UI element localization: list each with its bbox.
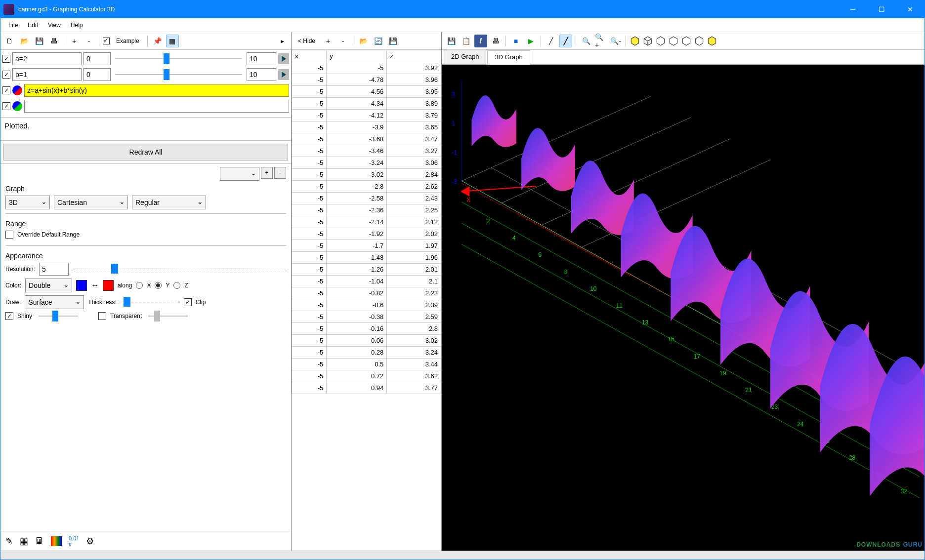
preset-add-button[interactable]: +	[261, 167, 273, 179]
var-a-name[interactable]	[12, 52, 82, 65]
redraw-all-button[interactable]: Redraw All	[3, 144, 288, 160]
table-row[interactable]: -5-4.123.79	[292, 110, 441, 121]
copy-icon[interactable]: 📋	[460, 35, 472, 47]
resolution-slider[interactable]	[73, 267, 286, 271]
resolution-input[interactable]	[39, 263, 69, 276]
table-row[interactable]: -5-3.93.65	[292, 121, 441, 133]
var-a-play-button[interactable]	[278, 53, 289, 64]
table-row[interactable]: -5-2.82.62	[292, 181, 441, 193]
var-a-checkbox[interactable]	[2, 55, 10, 63]
tab-2d[interactable]: 2D Graph	[444, 50, 486, 64]
maximize-button[interactable]: ☐	[867, 0, 896, 18]
table-row[interactable]: -5-0.62.39	[292, 299, 441, 311]
table-row[interactable]: -5-4.343.89	[292, 98, 441, 110]
preset-remove-button[interactable]: -	[274, 167, 286, 179]
along-y-radio[interactable]	[155, 282, 162, 289]
graph-viewport[interactable]: X 31-1-3 246810111315171921232426283032	[442, 65, 925, 551]
eq1-formula[interactable]	[24, 84, 289, 97]
collapse-right-icon[interactable]: ▸	[276, 35, 289, 47]
table-row[interactable]: -5-1.922.02	[292, 228, 441, 240]
print-graph-icon[interactable]: 🖶	[489, 35, 502, 47]
example-button[interactable]: Example	[112, 36, 144, 46]
grid-icon[interactable]: ▦	[20, 536, 28, 547]
shiny-checkbox[interactable]	[5, 312, 13, 320]
minimize-button[interactable]: ─	[839, 0, 867, 18]
data-save-icon[interactable]: 💾	[386, 35, 399, 47]
tab-3d[interactable]: 3D Graph	[487, 50, 530, 65]
data-remove-button[interactable]: -	[336, 35, 349, 47]
var-b-checkbox[interactable]	[2, 71, 10, 79]
save-file-icon[interactable]: 💾	[33, 35, 45, 47]
color1-swatch[interactable]	[76, 280, 87, 291]
table-row[interactable]: -5-2.582.43	[292, 193, 441, 204]
add-equation-button[interactable]: +	[68, 35, 81, 47]
zoom-in-icon[interactable]: 🔍+	[594, 35, 607, 47]
swap-colors-button[interactable]: ↔	[91, 281, 99, 290]
table-row[interactable]: -5-1.042.1	[292, 276, 441, 287]
var-b-play-button[interactable]	[278, 69, 289, 80]
example-checkbox[interactable]	[103, 38, 110, 44]
table-row[interactable]: -50.283.24	[292, 347, 441, 359]
precision-icon[interactable]: 0.01#	[69, 535, 79, 547]
table-row[interactable]: -5-1.262.01	[292, 264, 441, 276]
calculator-icon[interactable]: 🖩	[35, 536, 44, 546]
var-b-min[interactable]	[84, 68, 111, 81]
menu-view[interactable]: View	[43, 20, 66, 30]
color-bars-icon[interactable]	[51, 536, 62, 546]
view-cube-3-icon[interactable]	[655, 36, 666, 46]
hide-data-button[interactable]: < Hide	[294, 36, 320, 46]
view-cube-1-icon[interactable]	[630, 36, 640, 46]
eq2-color-icon[interactable]	[12, 101, 22, 111]
shiny-slider[interactable]	[39, 316, 78, 317]
col-x[interactable]: x	[292, 50, 327, 62]
table-row[interactable]: -50.723.62	[292, 370, 441, 382]
table-row[interactable]: -5-3.683.47	[292, 133, 441, 145]
var-a-slider[interactable]	[115, 58, 242, 59]
table-row[interactable]: -5-1.481.96	[292, 252, 441, 264]
col-y[interactable]: y	[327, 50, 387, 62]
stop-icon[interactable]: ■	[509, 35, 522, 47]
table-row[interactable]: -5-3.022.84	[292, 169, 441, 181]
zoom-out-icon[interactable]: 🔍-	[609, 35, 622, 47]
view-cube-7-icon[interactable]	[707, 36, 717, 46]
col-z[interactable]: z	[387, 50, 441, 62]
view-cube-6-icon[interactable]	[694, 36, 705, 46]
eq2-formula[interactable]	[24, 100, 289, 113]
line-thin-icon[interactable]: ╱	[545, 35, 557, 47]
transparent-slider[interactable]	[148, 316, 188, 317]
draw-mode-select[interactable]: Surface	[25, 295, 84, 309]
pencil-icon[interactable]: ✎	[5, 536, 13, 547]
new-file-icon[interactable]: 🗋	[3, 35, 16, 47]
menu-file[interactable]: File	[3, 20, 23, 30]
play-icon[interactable]: ▶	[524, 35, 537, 47]
eq2-checkbox[interactable]	[2, 102, 10, 110]
open-file-icon[interactable]: 📂	[18, 35, 31, 47]
color2-swatch[interactable]	[103, 280, 114, 291]
dimension-select[interactable]: 3D	[5, 196, 50, 209]
table-row[interactable]: -5-3.463.27	[292, 145, 441, 157]
table-row[interactable]: -5-0.822.23	[292, 287, 441, 299]
transparent-checkbox[interactable]	[98, 312, 106, 320]
print-icon[interactable]: 🖶	[47, 35, 60, 47]
var-a-min[interactable]	[84, 52, 111, 65]
var-a-max[interactable]	[247, 52, 276, 65]
table-row[interactable]: -50.943.77	[292, 382, 441, 394]
table-row[interactable]: -5-53.92	[292, 62, 441, 74]
color-mode-select[interactable]: Double	[25, 279, 72, 292]
table-row[interactable]: -5-2.142.12	[292, 216, 441, 228]
coord-system-select[interactable]: Cartesian	[54, 196, 128, 209]
table-row[interactable]: -5-4.783.96	[292, 74, 441, 86]
close-button[interactable]: ✕	[896, 0, 925, 18]
gear-icon[interactable]: ⚙	[86, 536, 94, 547]
table-row[interactable]: -50.063.02	[292, 335, 441, 347]
view-cube-4-icon[interactable]	[668, 36, 679, 46]
table-row[interactable]: -5-4.563.95	[292, 86, 441, 98]
data-refresh-icon[interactable]: 🔄	[372, 35, 384, 47]
view-cube-5-icon[interactable]	[681, 36, 692, 46]
zoom-icon[interactable]: 🔍	[580, 35, 592, 47]
menu-edit[interactable]: Edit	[23, 20, 43, 30]
table-row[interactable]: -5-2.362.25	[292, 204, 441, 216]
var-b-name[interactable]	[12, 68, 82, 81]
table-row[interactable]: -5-3.243.06	[292, 157, 441, 169]
save-image-icon[interactable]: 💾	[445, 35, 458, 47]
